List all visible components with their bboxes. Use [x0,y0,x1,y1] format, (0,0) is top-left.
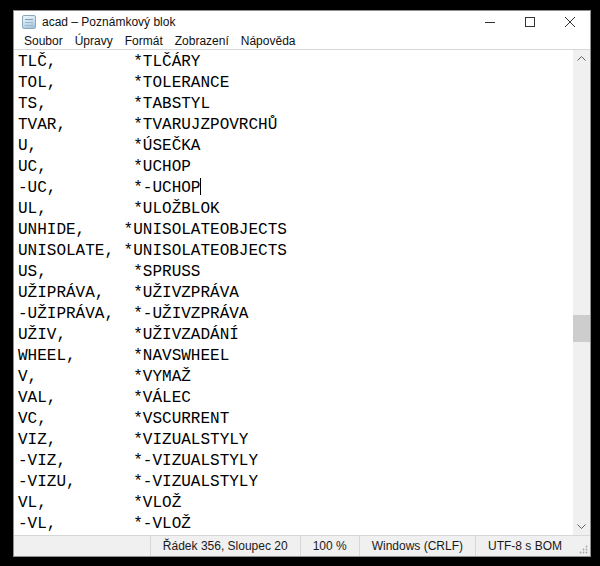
resize-grip[interactable] [574,536,590,556]
menu-soubor[interactable]: Soubor [18,33,69,49]
scroll-down-button[interactable] [573,518,590,535]
close-icon [565,17,575,27]
editor-line: VL, *VLOŽ [18,493,573,514]
editor-line: TOL, *TOLERANCE [18,73,573,94]
editor-line: TVAR, *TVARUJZPOVRCHŮ [18,115,573,136]
editor-line: UŽIV, *UŽIVZADÁNÍ [18,325,573,346]
chevron-down-icon [577,524,586,529]
editor-line: VAL, *VÁLEC [18,388,573,409]
window-title: acad – Poznámkový blok [42,15,175,29]
editor-area: TLČ, *TLČÁRYTOL, *TOLERANCETS, *TABSTYLT… [14,50,590,535]
editor-line: -VIZ, *-VIZUALSTYLY [18,451,573,472]
editor-line: VC, *VSCURRENT [18,409,573,430]
statusbar: Řádek 356, Sloupec 20 100 % Windows (CRL… [14,535,590,556]
notepad-window: acad – Poznámkový blok Soubor Úpravy For… [13,10,591,557]
editor-line: US, *SPRUSS [18,262,573,283]
notepad-app-icon [22,15,36,29]
text-caret [200,178,201,195]
editor-line: V, *VYMAŽ [18,367,573,388]
editor-lines: TLČ, *TLČÁRYTOL, *TOLERANCETS, *TABSTYLT… [18,52,573,535]
status-line-ending: Windows (CRLF) [359,536,475,556]
editor-line: WHEEL, *NAVSWHEEL [18,346,573,367]
caption-buttons [470,11,590,33]
editor-line: -UC, *-UCHOP [18,178,573,199]
editor-line: UNHIDE, *UNISOLATEOBJECTS [18,220,573,241]
editor-line: VIZ, *VIZUALSTYLY [18,430,573,451]
editor-line: U, *ÚSEČKA [18,136,573,157]
editor-line: UNISOLATE, *UNISOLATEOBJECTS [18,241,573,262]
editor-line: TS, *TABSTYL [18,94,573,115]
editor-line: TLČ, *TLČÁRY [18,52,573,73]
menu-napoveda[interactable]: Nápověda [235,33,302,49]
editor-line: -VIZU, *-VIZUALSTYLY [18,472,573,493]
status-encoding: UTF-8 s BOM [475,536,574,556]
menu-zobrazeni[interactable]: Zobrazení [169,33,235,49]
maximize-icon [525,17,535,27]
maximize-button[interactable] [510,11,550,33]
menubar: Soubor Úpravy Formát Zobrazení Nápověda [14,33,590,50]
window-titlebar[interactable]: acad – Poznámkový blok [14,11,590,33]
resize-grip-icon [579,545,588,554]
minimize-icon [485,17,495,27]
scroll-up-button[interactable] [573,50,590,67]
close-button[interactable] [550,11,590,33]
editor-line: UL, *ULOŽBLOK [18,199,573,220]
desktop-backdrop: acad – Poznámkový blok Soubor Úpravy For… [0,0,600,566]
status-cursor-position: Řádek 356, Sloupec 20 [150,536,300,556]
editor-line: UC, *UCHOP [18,157,573,178]
chevron-up-icon [577,56,586,61]
menu-format[interactable]: Formát [119,33,169,49]
minimize-button[interactable] [470,11,510,33]
menu-upravy[interactable]: Úpravy [69,33,119,49]
scrollbar-thumb[interactable] [573,315,590,342]
vertical-scrollbar[interactable] [573,50,590,535]
text-editor[interactable]: TLČ, *TLČÁRYTOL, *TOLERANCETS, *TABSTYLT… [14,50,573,535]
editor-line: -UŽIPRÁVA, *-UŽIVZPRÁVA [18,304,573,325]
editor-line: -VL, *-VLOŽ [18,514,573,535]
editor-line: UŽIPRÁVA, *UŽIVZPRÁVA [18,283,573,304]
status-zoom-level: 100 % [300,536,359,556]
